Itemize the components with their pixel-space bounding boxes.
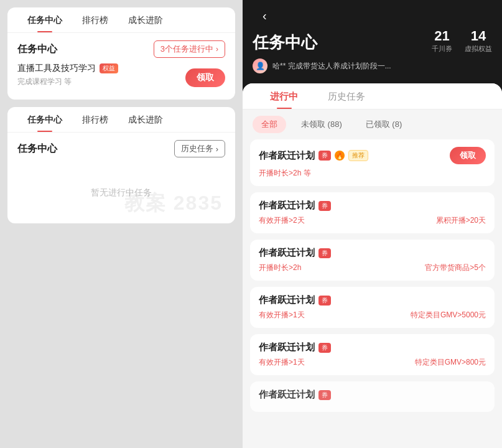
active-tasks-badge[interactable]: 3个任务进行中 › <box>154 40 225 58</box>
user-row: 👤 哈** 完成带货达人养成计划阶段一... <box>253 58 492 73</box>
right-title: 任务中心 <box>253 32 317 54</box>
tag-red-5: 券 <box>318 390 331 400</box>
right-task-header-0: 作者跃迁计划 券 🔥 推荐 领取 <box>259 147 486 164</box>
right-task-title-2: 作者跃迁计划 <box>259 247 315 259</box>
right-content: 进行中 历史任务 全部 未领取 (88) 已领取 (8) 作者跃迁计划 券 🔥 … <box>243 83 502 448</box>
right-task-details-2: 开播时长>2h 官方带货商品>5个 <box>259 263 486 273</box>
stat-virtual-label: 虚拟权益 <box>465 44 492 54</box>
history-tasks-text: 历史任务 <box>181 143 213 154</box>
tab-ranking-1[interactable]: 排行榜 <box>72 7 118 32</box>
tab-task-center-2[interactable]: 任务中心 <box>17 107 72 132</box>
right-task-card-1: 作者跃迁计划 券 有效开播>2天 累积开播>20天 <box>250 192 495 233</box>
filter-unclaimed[interactable]: 未领取 (88) <box>292 116 351 133</box>
tag-red-2: 券 <box>318 248 331 258</box>
tab-history[interactable]: 历史任务 <box>313 83 380 109</box>
tab-task-center-1[interactable]: 任务中心 <box>17 7 72 32</box>
right-task-cond2-4: 特定类目GMV>800元 <box>415 357 486 368</box>
right-header: ‹ 任务中心 21 千川券 14 虚拟权益 👤 哈** 完成带货达人养成计划阶段… <box>243 0 502 83</box>
right-task-title-0: 作者跃迁计划 <box>259 150 315 162</box>
right-task-title-row-3: 作者跃迁计划 券 <box>259 294 331 306</box>
right-task-cond1-3: 有效开播>1天 <box>259 310 305 320</box>
task-row-1: 直播工具及技巧学习 权益 完成课程学习 等 领取 <box>7 63 235 100</box>
card-2-header: 任务中心 历史任务 › <box>7 133 235 162</box>
right-task-title-row-4: 作者跃迁计划 券 <box>259 342 331 353</box>
right-task-card-2: 作者跃迁计划 券 开播时长>2h 官方带货商品>5个 <box>250 240 495 281</box>
filter-row: 全部 未领取 (88) 已领取 (8) <box>243 110 502 139</box>
tab-growth-2[interactable]: 成长进阶 <box>118 107 173 132</box>
stat-virtual-num: 14 <box>471 28 486 44</box>
back-arrow[interactable]: ‹ <box>263 9 267 23</box>
right-task-details-3: 有效开播>1天 特定类目GMV>5000元 <box>259 310 486 320</box>
right-task-title-1: 作者跃迁计划 <box>259 200 315 212</box>
filter-claimed[interactable]: 已领取 (8) <box>357 116 411 133</box>
right-task-header-5: 作者跃迁计划 券 <box>259 389 486 401</box>
left-panel: 任务中心 排行榜 成长进阶 任务中心 3个任务进行中 › 直播工具及技巧学习 权… <box>0 0 243 448</box>
tag-fire-0: 🔥 <box>335 151 345 161</box>
task-title-1: 直播工具及技巧学习 <box>17 63 96 74</box>
tag-red-4: 券 <box>318 343 331 353</box>
right-task-title-row-5: 作者跃迁计划 券 <box>259 389 331 401</box>
right-task-title-row-1: 作者跃迁计划 券 <box>259 200 331 212</box>
history-tasks-arrow: › <box>216 144 218 154</box>
task-desc-1: 完成课程学习 等 <box>17 77 118 92</box>
stat-virtual: 14 虚拟权益 <box>465 28 492 54</box>
tab-in-progress[interactable]: 进行中 <box>255 83 313 109</box>
filter-all[interactable]: 全部 <box>253 116 286 133</box>
stat-qianChuan-num: 21 <box>434 28 449 44</box>
receive-btn-1[interactable]: 领取 <box>185 68 225 87</box>
right-topbar: ‹ <box>253 0 492 28</box>
right-title-row: 任务中心 21 千川券 14 虚拟权益 <box>253 28 492 54</box>
right-panel: ‹ 任务中心 21 千川券 14 虚拟权益 👤 哈** 完成带货达人养成计划阶段… <box>243 0 502 448</box>
stat-qianChuan: 21 千川券 <box>432 28 452 54</box>
task-badge-quan-1: 权益 <box>100 63 118 73</box>
tag-red-0: 券 <box>318 151 331 161</box>
receive-btn-task-0[interactable]: 领取 <box>450 147 486 164</box>
right-task-title-3: 作者跃迁计划 <box>259 294 315 306</box>
empty-text: 暂无进行中任务 <box>91 187 152 197</box>
right-task-card-0: 作者跃迁计划 券 🔥 推荐 领取 开播时长>2h 等 <box>250 139 495 186</box>
avatar-icon: 👤 <box>256 62 265 70</box>
right-task-cond2-1: 累积开播>20天 <box>436 215 486 226</box>
right-task-cond2-3: 特定类目GMV>5000元 <box>411 310 486 320</box>
user-avatar: 👤 <box>253 58 267 73</box>
tag-red-3: 券 <box>318 296 331 306</box>
right-task-card-3: 作者跃迁计划 券 有效开播>1天 特定类目GMV>5000元 <box>250 287 495 328</box>
card-1-header: 任务中心 3个任务进行中 › <box>7 33 235 63</box>
right-task-card-4: 作者跃迁计划 券 有效开播>1天 特定类目GMV>800元 <box>250 334 495 375</box>
right-task-header-1: 作者跃迁计划 券 <box>259 200 486 212</box>
right-stats: 21 千川券 14 虚拟权益 <box>432 28 492 54</box>
card-1-tabs: 任务中心 排行榜 成长进阶 <box>7 7 235 33</box>
right-task-details-1: 有效开播>2天 累积开播>20天 <box>259 215 486 226</box>
empty-state: 暂无进行中任务 教案 2835 <box>7 162 235 223</box>
right-task-card-5: 作者跃迁计划 券 <box>250 381 495 412</box>
right-tabs: 进行中 历史任务 <box>243 83 502 110</box>
active-tasks-arrow: › <box>216 45 218 54</box>
right-task-details-4: 有效开播>1天 特定类目GMV>800元 <box>259 357 486 368</box>
card-1-title: 任务中心 <box>17 43 57 56</box>
stat-qianChuan-label: 千川券 <box>432 44 452 54</box>
task-list: 作者跃迁计划 券 🔥 推荐 领取 开播时长>2h 等 作者跃迁计划 券 <box>243 139 502 448</box>
user-desc: 哈** 完成带货达人养成计划阶段一... <box>272 61 391 72</box>
right-task-title-5: 作者跃迁计划 <box>259 389 315 401</box>
right-task-cond1-4: 有效开播>1天 <box>259 357 305 368</box>
card-2-title: 任务中心 <box>17 142 57 156</box>
card-1: 任务中心 排行榜 成长进阶 任务中心 3个任务进行中 › 直播工具及技巧学习 权… <box>7 7 235 100</box>
card-2: 任务中心 排行榜 成长进阶 任务中心 历史任务 › 暂无进行中任务 教案 283… <box>7 107 235 223</box>
right-task-header-3: 作者跃迁计划 券 <box>259 294 486 306</box>
right-task-cond1-2: 开播时长>2h <box>259 263 301 273</box>
right-task-header-2: 作者跃迁计划 券 <box>259 247 486 259</box>
active-tasks-text: 3个任务进行中 <box>160 44 213 55</box>
card-2-tabs: 任务中心 排行榜 成长进阶 <box>7 107 235 133</box>
right-task-cond1-0: 开播时长>2h 等 <box>259 168 311 179</box>
tag-recommend-0: 推荐 <box>348 150 368 161</box>
right-task-header-4: 作者跃迁计划 券 <box>259 342 486 353</box>
history-tasks-badge[interactable]: 历史任务 › <box>174 140 225 157</box>
right-task-details-0: 开播时长>2h 等 <box>259 168 486 179</box>
task-item-header-1: 直播工具及技巧学习 权益 <box>17 63 118 74</box>
tab-ranking-2[interactable]: 排行榜 <box>72 107 118 132</box>
tag-red-1: 券 <box>318 201 331 211</box>
right-task-title-row-0: 作者跃迁计划 券 🔥 推荐 <box>259 150 368 162</box>
tab-growth-1[interactable]: 成长进阶 <box>118 7 173 32</box>
right-task-cond2-2: 官方带货商品>5个 <box>425 263 486 273</box>
right-task-cond1-1: 有效开播>2天 <box>259 215 305 226</box>
